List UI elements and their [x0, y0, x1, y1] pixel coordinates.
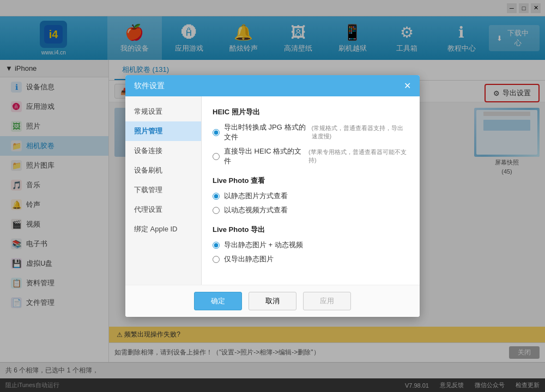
view-static-option[interactable]: 以静态图片方式查看 [213, 191, 409, 201]
apply-button[interactable]: 应用 [303, 292, 351, 310]
heic-section: HEIC 照片导出 导出时转换成 JPG 格式的文件 (常规格式，普通查看器支持… [213, 107, 409, 166]
export-static-label: 仅导出静态图片 [224, 254, 274, 264]
modal-footer: 确定 取消 应用 [125, 285, 420, 317]
settings-modal: 软件设置 ✕ 常规设置 照片管理 设备连接 设备刷机 下载管理 代理设置 绑定 … [125, 75, 420, 317]
view-video-option[interactable]: 以动态视频方式查看 [213, 205, 409, 215]
modal-sidebar-general[interactable]: 常规设置 [125, 102, 201, 121]
export-both-option[interactable]: 导出静态图片 + 动态视频 [213, 240, 409, 250]
view-video-radio[interactable] [213, 207, 220, 214]
modal-sidebar-photo-mgmt[interactable]: 照片管理 [125, 121, 201, 141]
live-photo-view-section: Live Photo 查看 以静态图片方式查看 以动态视频方式查看 [213, 176, 409, 215]
heic-to-jpg-option[interactable]: 导出时转换成 JPG 格式的文件 (常规格式，普通查看器支持，导出速度慢) [213, 122, 409, 142]
view-video-label: 以动态视频方式查看 [224, 205, 288, 215]
modal-sidebar-device-flash[interactable]: 设备刷机 [125, 161, 201, 180]
modal-header: 软件设置 ✕ [125, 75, 420, 96]
heic-direct-radio[interactable] [213, 153, 220, 160]
modal-sidebar: 常规设置 照片管理 设备连接 设备刷机 下载管理 代理设置 绑定 Apple I… [125, 96, 202, 285]
heic-radio-group: 导出时转换成 JPG 格式的文件 (常规格式，普通查看器支持，导出速度慢) 直接… [213, 122, 409, 166]
heic-direct-note: (苹果专用格式，普通查看器可能不支持) [308, 148, 409, 164]
confirm-button[interactable]: 确定 [194, 292, 242, 310]
export-static-radio[interactable] [213, 256, 220, 263]
heic-to-jpg-radio[interactable] [213, 129, 220, 136]
live-photo-view-radio-group: 以静态图片方式查看 以动态视频方式查看 [213, 191, 409, 215]
modal-sidebar-device-connect[interactable]: 设备连接 [125, 141, 201, 161]
view-static-label: 以静态图片方式查看 [224, 191, 288, 201]
export-both-radio[interactable] [213, 242, 220, 249]
modal-title: 软件设置 [134, 81, 165, 91]
live-photo-export-radio-group: 导出静态图片 + 动态视频 仅导出静态图片 [213, 240, 409, 264]
view-static-radio[interactable] [213, 193, 220, 200]
modal-main-content: HEIC 照片导出 导出时转换成 JPG 格式的文件 (常规格式，普通查看器支持… [202, 96, 420, 285]
heic-direct-option[interactable]: 直接导出 HEIC 格式的文件 (苹果专用格式，普通查看器可能不支持) [213, 146, 409, 166]
heic-direct-label: 直接导出 HEIC 格式的文件 [224, 146, 304, 166]
modal-body: 常规设置 照片管理 设备连接 设备刷机 下载管理 代理设置 绑定 Apple I… [125, 96, 420, 285]
heic-to-jpg-label: 导出时转换成 JPG 格式的文件 [224, 122, 307, 142]
modal-close-button[interactable]: ✕ [404, 81, 411, 91]
live-photo-view-title: Live Photo 查看 [213, 176, 409, 186]
heic-title: HEIC 照片导出 [213, 107, 409, 117]
export-both-label: 导出静态图片 + 动态视频 [224, 240, 303, 250]
modal-sidebar-bind-appleid[interactable]: 绑定 Apple ID [125, 219, 201, 239]
export-static-option[interactable]: 仅导出静态图片 [213, 254, 409, 264]
modal-overlay: 软件设置 ✕ 常规设置 照片管理 设备连接 设备刷机 下载管理 代理设置 绑定 … [0, 0, 545, 392]
live-photo-export-section: Live Photo 导出 导出静态图片 + 动态视频 仅导出静态图片 [213, 225, 409, 264]
cancel-button[interactable]: 取消 [249, 292, 296, 310]
heic-to-jpg-note: (常规格式，普通查看器支持，导出速度慢) [312, 124, 409, 140]
live-photo-export-title: Live Photo 导出 [213, 225, 409, 235]
modal-sidebar-download-mgmt[interactable]: 下载管理 [125, 180, 201, 200]
modal-sidebar-proxy[interactable]: 代理设置 [125, 200, 201, 219]
